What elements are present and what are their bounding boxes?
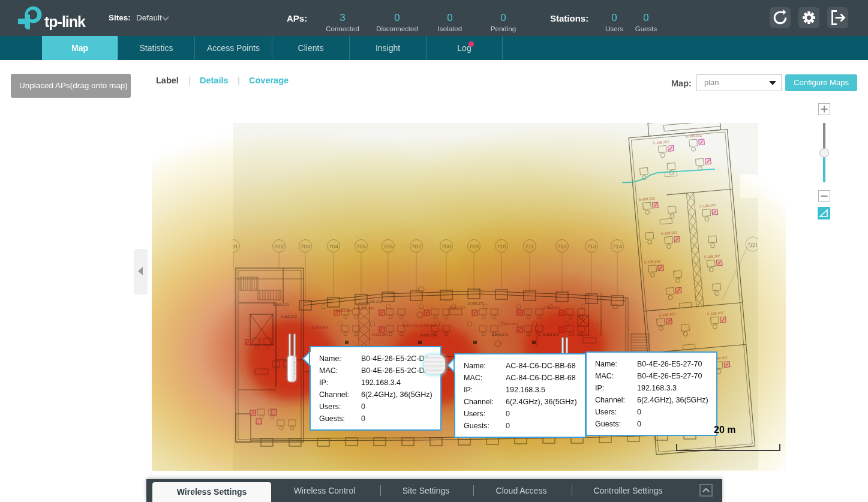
svg-text:tp-link: tp-link [44, 13, 86, 30]
